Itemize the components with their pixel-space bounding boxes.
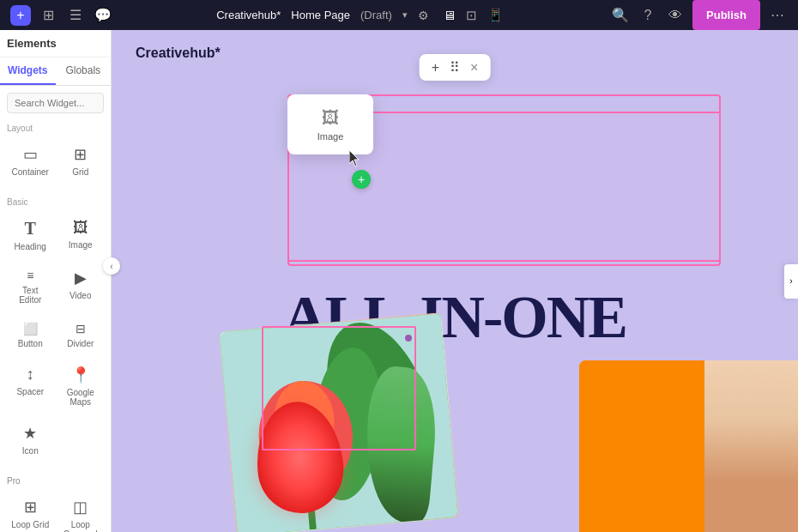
layout-widgets: ▭ Container ⊞ Grid [0,135,111,187]
svg-point-10 [764,360,798,468]
svg-rect-9 [734,360,798,532]
main-layout: Elements Widgets Globals Layout ▭ Contai… [0,30,798,532]
toolbar-move-icon[interactable]: ⠿ [450,59,460,76]
video-label: Video [70,291,91,300]
google-maps-label: Google Maps [61,388,101,407]
preview-icon[interactable]: 👁 [665,5,686,26]
widget-grid[interactable]: ⊞ Grid [57,138,105,184]
floating-toolbar: + ⠿ × [420,54,491,81]
divider-icon: ⊟ [76,322,86,336]
page-settings-icon[interactable]: ⚙ [418,9,429,22]
topbar-left: + ⊞ ☰ 💬 [10,5,113,26]
widget-heading[interactable]: T Heading [7,212,54,258]
heading-icon: T [25,219,36,239]
topbar-center: Creativehub* Home Page (Draft) ▾ ⚙ 🖥 ⊡ 📱 [216,6,507,25]
loop-grid-label: Loop Grid [11,520,49,529]
widget-spacer[interactable]: ↕ Spacer [7,359,54,414]
widget-loop-carousel[interactable]: ◫ Loop Carousel [57,491,105,532]
canvas-area[interactable]: Creativehub* + ⠿ × 🖼 Image + ALL-IN-ONE [112,30,798,532]
desktop-view-icon[interactable]: 🖥 [439,6,459,25]
site-title: Creativehub* [136,45,221,61]
resize-handle[interactable] [405,335,412,342]
page-title: Creativehub* [216,9,281,21]
person-image [579,360,798,532]
widget-text-editor[interactable]: ≡ Text Editor [7,262,54,311]
grid-label: Grid [72,167,88,177]
widget-video[interactable]: ▶ Video [57,262,105,311]
text-editor-icon: ≡ [27,269,33,282]
search-top-icon[interactable]: 🔍 [610,5,631,26]
device-switcher: 🖥 ⊡ 📱 [439,6,507,25]
pro-widgets: ⊞ Loop Grid ◫ Loop Carousel 📄 Post ⊟ Por… [0,487,111,532]
widget-icon[interactable]: ★ Icon [7,417,54,462]
container-icon: ▭ [23,145,38,164]
sidebar-title: Elements [0,30,111,57]
svg-rect-14 [764,373,781,459]
spacer-icon: ↕ [27,366,34,384]
spacer-label: Spacer [16,387,44,396]
toolbar-close-icon[interactable]: × [470,60,478,76]
widget-button[interactable]: ⬜ Button [7,315,54,355]
tab-widgets[interactable]: Widgets [0,57,56,85]
widget-loop-grid[interactable]: ⊞ Loop Grid [7,491,54,532]
button-icon: ⬜ [23,322,38,336]
page-chevron[interactable]: ▾ [402,9,408,21]
publish-button[interactable]: Publish [692,0,760,30]
svg-rect-12 [794,455,798,489]
loop-grid-icon: ⊞ [24,498,37,517]
button-label: Button [18,339,43,348]
svg-point-13 [764,360,798,433]
icon-widget-icon: ★ [23,424,37,443]
widget-image[interactable]: 🖼 Image [57,212,105,258]
heading-label: Heading [15,242,46,251]
divider-label: Divider [67,339,94,348]
layers-icon[interactable]: ⊞ [38,5,58,26]
topbar: + ⊞ ☰ 💬 Creativehub* Home Page (Draft) ▾… [0,0,798,30]
page-draft-state: (Draft) [360,9,392,21]
drag-image-label: Image [317,131,344,142]
icon-label: Icon [22,446,39,456]
widget-divider[interactable]: ⊟ Divider [57,315,105,355]
structure-icon[interactable]: ☰ [65,5,86,26]
loop-carousel-icon: ◫ [73,498,88,517]
pro-section-label: Pro [0,473,111,487]
flower-selection-border [262,326,416,450]
image-widget-icon: 🖼 [73,219,88,237]
svg-rect-11 [764,360,798,420]
google-maps-icon: 📍 [71,366,90,384]
add-section-button[interactable]: + [352,170,371,189]
widget-google-maps[interactable]: 📍 Google Maps [57,359,105,414]
sidebar: Elements Widgets Globals Layout ▭ Contai… [0,30,112,532]
basic-section-label: Basic [0,194,111,209]
layout-section-label: Layout [0,120,111,135]
tab-globals[interactable]: Globals [56,57,112,85]
widget-search-input[interactable] [7,93,104,113]
tablet-view-icon[interactable]: ⊡ [462,6,481,25]
basic-widgets: T Heading 🖼 Image ≡ Text Editor ▶ Video … [0,209,111,466]
image-label: Image [69,240,93,250]
container-label: Container [12,167,49,177]
topbar-right: 🔍 ? 👁 Publish ⋯ [610,0,788,30]
comments-icon[interactable]: 💬 [93,5,113,26]
add-element-button[interactable]: + [10,5,31,26]
right-panel-collapse[interactable]: › [784,264,798,299]
toolbar-add-icon[interactable]: + [432,60,439,76]
help-icon[interactable]: ? [638,5,658,26]
loop-carousel-label: Loop Carousel [61,520,101,532]
mobile-view-icon[interactable]: 📱 [484,6,507,25]
drag-image-icon: 🖼 [322,108,339,128]
grid-icon: ⊞ [74,145,87,164]
page-name: Home Page [291,9,350,21]
sidebar-tabs: Widgets Globals [0,57,111,86]
text-editor-label: Text Editor [10,286,51,305]
topbar-extra-icon[interactable]: ⋯ [767,5,788,26]
svg-rect-8 [579,360,798,532]
widget-container[interactable]: ▭ Container [7,138,54,184]
sidebar-collapse-button[interactable]: ‹ [103,257,120,275]
video-icon: ▶ [75,269,87,287]
drag-widget-image[interactable]: 🖼 Image [287,94,373,154]
